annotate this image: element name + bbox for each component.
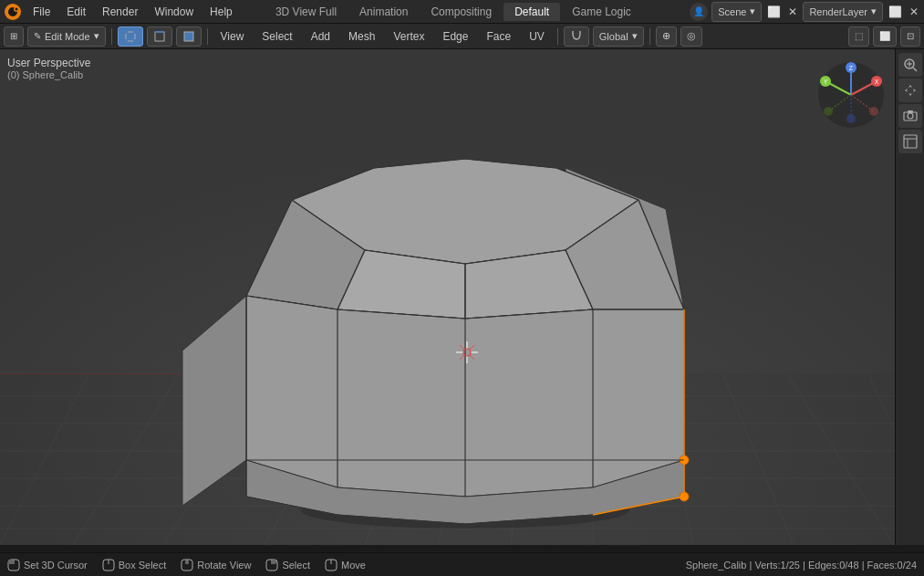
edges-stat: Edges:0/48 [808, 560, 859, 571]
toolbar-row: ⊞ ✎ Edit Mode ▾ View Select Add Mesh Ver… [0, 24, 924, 49]
object-name-label: (0) Sphere_Calib [7, 69, 90, 80]
menu-help[interactable]: Help [202, 4, 240, 20]
camera-tool-btn[interactable] [898, 104, 922, 128]
tab-3d-view-full[interactable]: 3D View Full [265, 3, 348, 21]
navigation-gizmo[interactable]: Z X Y [815, 58, 888, 131]
snap-btn[interactable] [564, 26, 589, 47]
svg-rect-125 [272, 560, 276, 564]
viewport-info: User Perspective (0) Sphere_Calib [7, 57, 90, 80]
user-icon[interactable]: 👤 [690, 3, 708, 21]
svg-rect-122 [185, 560, 189, 564]
render-layer-icon-new[interactable]: ⬜ [887, 4, 904, 20]
face-select-btn[interactable] [176, 26, 202, 47]
rotate-status: Rotate View [181, 559, 251, 571]
pivot-btn[interactable]: ⊕ [656, 26, 677, 47]
sep2 [207, 28, 208, 45]
workspace-tabs: 3D View Full Animation Compositing Defau… [265, 3, 642, 21]
menu-render[interactable]: Render [95, 4, 145, 20]
edit-mode-chevron: ▾ [94, 30, 99, 42]
svg-point-104 [846, 114, 856, 123]
shading-wireframe[interactable]: ⬚ [848, 26, 869, 47]
top-menu-bar: File Edit Render Window Help 3D View Ful… [0, 0, 924, 24]
window-icon-close[interactable]: ✕ [786, 4, 799, 20]
move-status: Move [325, 559, 366, 571]
svg-point-8 [133, 39, 137, 43]
tab-default[interactable]: Default [504, 3, 560, 21]
tab-game-logic[interactable]: Game Logic [561, 3, 642, 21]
object-stats: Sphere_Calib | Verts:1/25 | Edges:0/48 |… [686, 560, 917, 571]
svg-line-106 [913, 68, 917, 71]
verts-stat: Verts:1/25 [754, 560, 800, 571]
orientation-chevron: ▾ [632, 30, 638, 42]
toolbar-view[interactable]: View [213, 28, 252, 45]
render-tool-btn[interactable] [898, 130, 922, 153]
sep3 [557, 28, 558, 45]
right-tools-panel [895, 49, 924, 545]
edit-mode-label: Edit Mode [45, 31, 90, 42]
vertex-select-icon [124, 30, 137, 43]
svg-text:Z: Z [849, 65, 854, 71]
svg-point-3 [16, 7, 18, 10]
render-icon [903, 134, 918, 149]
window-icon-new[interactable]: ⬜ [765, 4, 783, 20]
orientation-label: Global [599, 31, 628, 42]
render-layer-icon-close[interactable]: ✕ [908, 4, 920, 20]
move-label: Move [341, 560, 366, 571]
cursor-status: Set 3D Cursor [7, 559, 88, 571]
menu-edit[interactable]: Edit [59, 4, 93, 20]
sep1 [111, 28, 112, 45]
box-select-label: Box Select [119, 560, 167, 571]
render-layer-label: RenderLayer [809, 6, 867, 17]
menu-file[interactable]: File [26, 4, 57, 20]
svg-text:Y: Y [824, 79, 828, 85]
edge-select-icon [153, 30, 166, 43]
svg-rect-117 [8, 560, 14, 564]
cursor-label: Set 3D Cursor [24, 560, 88, 571]
viewport-3d[interactable]: User Perspective (0) Sphere_Calib Z X Y [0, 49, 924, 545]
edge-select-btn[interactable] [147, 26, 172, 47]
camera-icon [903, 109, 918, 123]
vertex-select-btn[interactable] [118, 26, 143, 47]
zoom-icon [903, 58, 918, 72]
shading-rendered[interactable]: ⊡ [900, 26, 920, 47]
tab-compositing[interactable]: Compositing [420, 3, 503, 21]
mouse-move-icon [325, 559, 337, 571]
scene-chevron: ▾ [750, 5, 755, 17]
proportional-btn[interactable]: ◎ [680, 26, 702, 47]
toolbar-add[interactable]: Add [304, 28, 337, 45]
app-logo [4, 3, 22, 21]
pan-icon [903, 83, 918, 98]
toolbar-face[interactable]: Face [479, 28, 518, 45]
orientation-selector[interactable]: Global ▾ [593, 26, 644, 47]
toolbar-mesh[interactable]: Mesh [341, 28, 382, 45]
pan-tool-btn[interactable] [898, 79, 922, 102]
top-right-section: 👤 Scene ▾ ⬜ ✕ RenderLayer ▾ ⬜ ✕ [690, 2, 920, 22]
edit-mode-selector[interactable]: ✎ Edit Mode ▾ [27, 26, 106, 47]
toolbar-vertex[interactable]: Vertex [386, 28, 431, 45]
magnet-icon [570, 30, 583, 43]
scene-selector[interactable]: Scene ▾ [711, 2, 762, 22]
faces-stat: Faces:0/24 [867, 560, 917, 571]
svg-text:X: X [875, 79, 879, 85]
svg-point-7 [124, 39, 128, 43]
toolbar-edge[interactable]: Edge [435, 28, 475, 45]
shading-solid[interactable]: ⬜ [873, 26, 897, 47]
svg-point-6 [133, 30, 137, 34]
render-layer-chevron: ▾ [871, 5, 877, 17]
tab-animation[interactable]: Animation [348, 3, 419, 21]
svg-rect-111 [908, 110, 913, 113]
svg-rect-112 [904, 135, 917, 148]
menu-window[interactable]: Window [147, 4, 201, 20]
svg-point-110 [908, 113, 913, 119]
toolbar-uv[interactable]: UV [522, 28, 552, 45]
render-layer-selector[interactable]: RenderLayer ▾ [803, 2, 883, 22]
scene-label: Scene [718, 6, 746, 17]
toolbar-select[interactable]: Select [254, 28, 299, 45]
edit-mode-icon: ✎ [34, 31, 41, 41]
mouse-middle-icon [181, 559, 193, 571]
select-label: Select [282, 560, 310, 571]
zoom-tool-btn[interactable] [898, 53, 922, 77]
viewport-shading-btn[interactable]: ⊞ [4, 26, 24, 47]
mouse-right-icon [265, 559, 278, 571]
toolbar-right: ⬚ ⬜ ⊡ [848, 26, 920, 47]
